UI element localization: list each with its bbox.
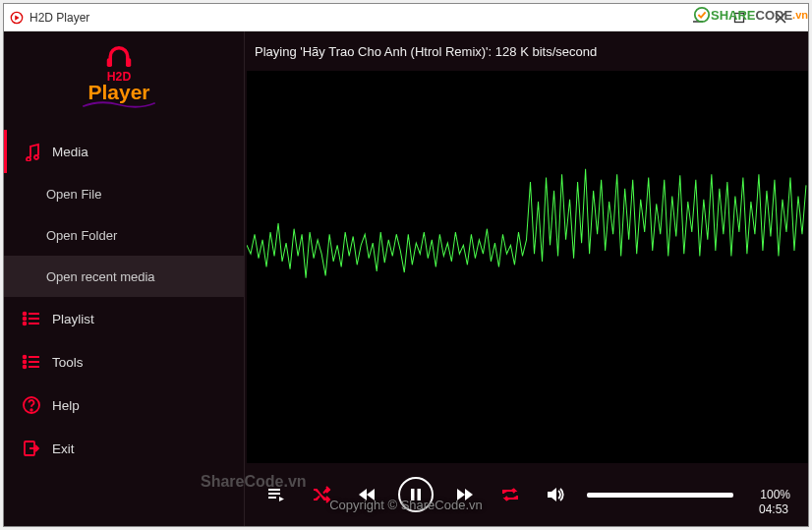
svg-point-16 xyxy=(24,356,27,359)
playlist-button[interactable] xyxy=(262,481,290,508)
svg-rect-6 xyxy=(106,58,111,67)
exit-icon xyxy=(21,438,42,459)
music-note-icon xyxy=(21,141,42,162)
volume-button[interactable] xyxy=(542,481,569,508)
svg-rect-3 xyxy=(735,13,744,22)
sidebar-item-label: Help xyxy=(52,398,80,413)
sidebar-item-open-recent[interactable]: Open recent media xyxy=(4,256,244,297)
svg-marker-25 xyxy=(359,489,367,501)
logo: H2D Player xyxy=(4,31,244,130)
maximize-button[interactable] xyxy=(725,8,753,28)
shuffle-button[interactable] xyxy=(308,481,335,508)
svg-text:Player: Player xyxy=(87,81,149,103)
status-bar: Playing 'Hãy Trao Cho Anh (Htrol Remix)'… xyxy=(245,31,808,71)
next-button[interactable] xyxy=(451,481,479,508)
previous-button[interactable] xyxy=(353,481,380,508)
repeat-button[interactable] xyxy=(496,481,524,508)
now-playing-label: Playing 'Hãy Trao Cho Anh (Htrol Remix)'… xyxy=(255,44,597,59)
sidebar-item-label: Open File xyxy=(46,187,101,202)
svg-rect-7 xyxy=(126,58,131,67)
svg-point-10 xyxy=(24,313,27,316)
app-body: H2D Player Media Open File Open Folder O… xyxy=(4,31,808,526)
sidebar-menu: Media Open File Open Folder Open recent … xyxy=(4,130,244,526)
app-window: H2D Player H2D Player Me xyxy=(3,3,809,527)
svg-marker-29 xyxy=(457,489,465,501)
sidebar-item-open-folder[interactable]: Open Folder xyxy=(4,214,244,256)
sidebar-item-label: Open recent media xyxy=(46,269,155,284)
sidebar-item-help[interactable]: Help xyxy=(4,383,244,427)
volume-slider[interactable] xyxy=(587,493,733,498)
svg-marker-1 xyxy=(15,15,19,20)
sidebar-item-label: Playlist xyxy=(52,312,94,326)
sidebar-item-label: Tools xyxy=(52,355,84,370)
minimize-button[interactable] xyxy=(684,8,712,28)
svg-point-12 xyxy=(24,318,27,321)
sidebar-item-open-file[interactable]: Open File xyxy=(4,173,244,214)
svg-marker-26 xyxy=(367,489,375,501)
sidebar-item-label: Exit xyxy=(52,442,75,456)
sidebar-item-playlist[interactable]: Playlist xyxy=(4,297,244,340)
app-icon xyxy=(10,11,24,25)
svg-point-18 xyxy=(24,361,27,364)
volume-percent: 100% xyxy=(751,488,790,501)
media-submenu: Open File Open Folder Open recent media xyxy=(4,173,244,297)
sidebar-item-media[interactable]: Media xyxy=(4,130,244,173)
sidebar-item-tools[interactable]: Tools xyxy=(4,340,244,383)
svg-point-23 xyxy=(30,409,32,411)
svg-marker-30 xyxy=(465,489,473,501)
playback-controls: 100% xyxy=(245,463,808,526)
window-title: H2D Player xyxy=(29,11,684,25)
window-controls xyxy=(684,8,802,28)
close-button[interactable] xyxy=(767,8,794,28)
svg-point-20 xyxy=(24,366,27,369)
titlebar[interactable]: H2D Player xyxy=(4,4,808,31)
sidebar: H2D Player Media Open File Open Folder O… xyxy=(4,31,244,526)
main-panel: Playing 'Hãy Trao Cho Anh (Htrol Remix)'… xyxy=(244,31,808,526)
svg-marker-31 xyxy=(548,488,556,501)
sidebar-item-label: Open Folder xyxy=(46,228,117,243)
sidebar-item-exit[interactable]: Exit xyxy=(4,427,244,470)
pause-button[interactable] xyxy=(398,477,434,512)
svg-point-14 xyxy=(24,323,27,325)
list-icon xyxy=(21,308,42,329)
help-icon xyxy=(21,394,42,416)
svg-rect-27 xyxy=(411,489,415,501)
sidebar-item-label: Media xyxy=(52,145,88,159)
waveform-viewer xyxy=(247,71,808,463)
elapsed-time: 04:53 xyxy=(749,502,788,516)
sliders-icon xyxy=(21,351,42,373)
svg-rect-28 xyxy=(418,489,422,501)
